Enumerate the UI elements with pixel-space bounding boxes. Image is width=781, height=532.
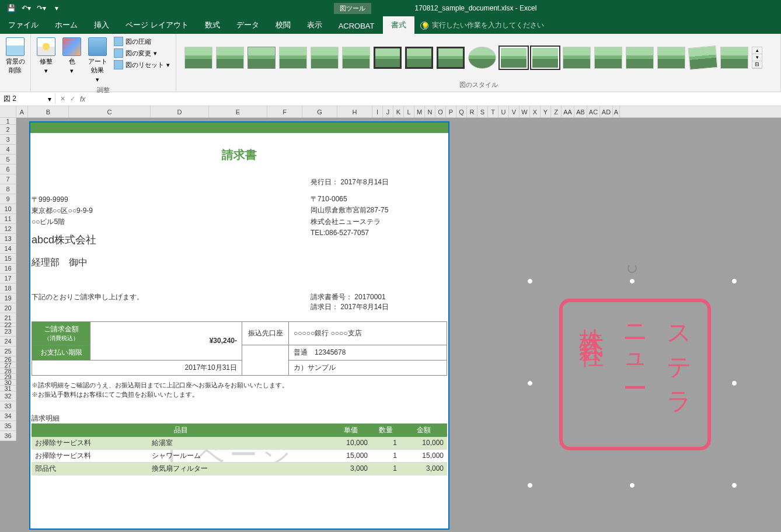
undo-icon[interactable]: ↶▾ <box>20 2 33 15</box>
style-thumb[interactable] <box>405 47 433 69</box>
row-header[interactable]: 8 <box>0 184 16 194</box>
resize-handle[interactable] <box>527 278 533 284</box>
name-box[interactable]: 図 2 ▾ <box>0 94 55 104</box>
column-header[interactable]: E <box>209 106 267 117</box>
tell-me-search[interactable]: 💡 実行したい作業を入力してください <box>414 17 550 34</box>
row-header[interactable]: 17 <box>0 274 16 284</box>
style-thumb[interactable] <box>184 47 212 69</box>
style-thumb[interactable] <box>563 47 591 69</box>
style-thumb[interactable] <box>216 47 244 69</box>
qat-customize-icon[interactable]: ▾ <box>50 2 63 15</box>
style-thumb[interactable] <box>500 47 528 69</box>
row-header[interactable]: 7 <box>0 174 16 184</box>
row-header[interactable]: 35 <box>0 421 16 431</box>
artistic-effects-button[interactable]: アート効果▾ <box>86 36 109 85</box>
column-header[interactable]: O <box>435 106 446 117</box>
row-header[interactable]: 31 <box>0 386 16 391</box>
save-icon[interactable]: 💾 <box>5 2 18 15</box>
row-header[interactable]: 20 <box>0 303 16 313</box>
column-header[interactable]: AB <box>574 106 587 117</box>
column-header[interactable]: J <box>383 106 393 117</box>
column-header[interactable]: X <box>530 106 541 117</box>
row-header[interactable]: 2 <box>0 125 16 135</box>
column-header[interactable]: T <box>488 106 498 117</box>
column-header[interactable]: V <box>509 106 519 117</box>
sheet-background[interactable]: 請求書 〒999-9999 東京都○○区○○9-9-9 ○○ビル5階 abcd株… <box>16 118 781 532</box>
column-header[interactable]: D <box>151 106 209 117</box>
row-header[interactable]: 15 <box>0 254 16 264</box>
row-header[interactable]: 24 <box>0 337 16 346</box>
reset-picture-button[interactable]: 図のリセット▾ <box>111 60 172 70</box>
gallery-more-icon[interactable]: ⊟ <box>752 61 762 68</box>
row-header[interactable]: 1 <box>0 118 16 125</box>
column-header[interactable]: A <box>16 106 28 117</box>
style-thumb[interactable] <box>437 47 465 69</box>
row-header[interactable]: 6 <box>0 164 16 174</box>
style-thumb[interactable] <box>468 47 496 69</box>
select-all-corner[interactable] <box>0 106 16 117</box>
style-thumb[interactable] <box>657 47 685 69</box>
column-header[interactable]: R <box>467 106 477 117</box>
row-header[interactable]: 18 <box>0 284 16 293</box>
tab-insert[interactable]: 挿入 <box>86 16 117 34</box>
column-header[interactable]: A <box>613 106 620 117</box>
style-thumb[interactable] <box>531 47 559 69</box>
row-header[interactable]: 12 <box>0 224 16 234</box>
row-header[interactable]: 10 <box>0 204 16 214</box>
tab-home[interactable]: ホーム <box>47 16 86 34</box>
fx-icon[interactable]: fx <box>80 95 85 103</box>
column-header[interactable]: AC <box>587 106 600 117</box>
color-button[interactable]: 色▾ <box>60 36 83 76</box>
tab-formulas[interactable]: 数式 <box>197 16 228 34</box>
style-thumb[interactable] <box>374 47 402 69</box>
style-thumb[interactable] <box>311 47 339 69</box>
tab-review[interactable]: 校閲 <box>267 16 299 34</box>
row-header[interactable]: 33 <box>0 401 16 411</box>
row-header[interactable]: 34 <box>0 411 16 421</box>
resize-handle[interactable] <box>731 380 737 386</box>
row-header[interactable]: 5 <box>0 155 16 164</box>
column-header[interactable]: Z <box>551 106 562 117</box>
resize-handle[interactable] <box>731 278 737 284</box>
resize-handle[interactable] <box>527 380 533 386</box>
column-header[interactable]: F <box>267 106 302 117</box>
resize-handle[interactable] <box>629 482 635 488</box>
remove-background-button[interactable]: 背景の 削除 <box>4 36 27 76</box>
tab-format[interactable]: 書式 <box>383 16 414 34</box>
column-header[interactable]: S <box>477 106 488 117</box>
compress-pictures-button[interactable]: 図の圧縮 <box>111 36 172 47</box>
resize-handle[interactable] <box>731 482 737 488</box>
column-header[interactable]: P <box>446 106 456 117</box>
style-thumb[interactable] <box>594 47 622 69</box>
row-header[interactable]: 3 <box>0 135 16 145</box>
tab-file[interactable]: ファイル <box>0 16 47 34</box>
style-thumb[interactable] <box>626 47 654 69</box>
gallery-up-icon[interactable]: ▴ <box>752 47 762 54</box>
selected-picture-object[interactable]: 株式会社 ニュー ステラ <box>530 281 734 485</box>
tab-acrobat[interactable]: ACROBAT <box>330 18 383 34</box>
enter-icon[interactable]: ✓ <box>70 95 75 103</box>
tab-data[interactable]: データ <box>228 16 267 34</box>
column-header[interactable]: N <box>425 106 435 117</box>
style-thumb[interactable] <box>279 47 307 69</box>
row-header[interactable]: 9 <box>0 194 16 204</box>
resize-handle[interactable] <box>629 278 635 284</box>
column-header[interactable]: AA <box>562 106 574 117</box>
column-header[interactable]: U <box>498 106 509 117</box>
cancel-icon[interactable]: ✕ <box>60 95 65 103</box>
corrections-button[interactable]: 修整▾ <box>34 36 58 76</box>
column-header[interactable]: B <box>28 106 69 117</box>
column-header[interactable]: L <box>404 106 414 117</box>
column-header[interactable]: C <box>69 106 151 117</box>
resize-handle[interactable] <box>527 482 533 488</box>
row-header[interactable]: 13 <box>0 234 16 244</box>
column-header[interactable]: K <box>393 106 404 117</box>
row-header[interactable]: 14 <box>0 244 16 254</box>
change-picture-button[interactable]: 図の変更▾ <box>111 48 172 58</box>
row-header[interactable]: 36 <box>0 431 16 441</box>
style-thumb[interactable] <box>688 46 717 70</box>
tab-page-layout[interactable]: ページ レイアウト <box>117 16 197 34</box>
style-thumb[interactable] <box>342 47 370 69</box>
row-header[interactable]: 4 <box>0 145 16 155</box>
column-header[interactable]: Y <box>541 106 551 117</box>
